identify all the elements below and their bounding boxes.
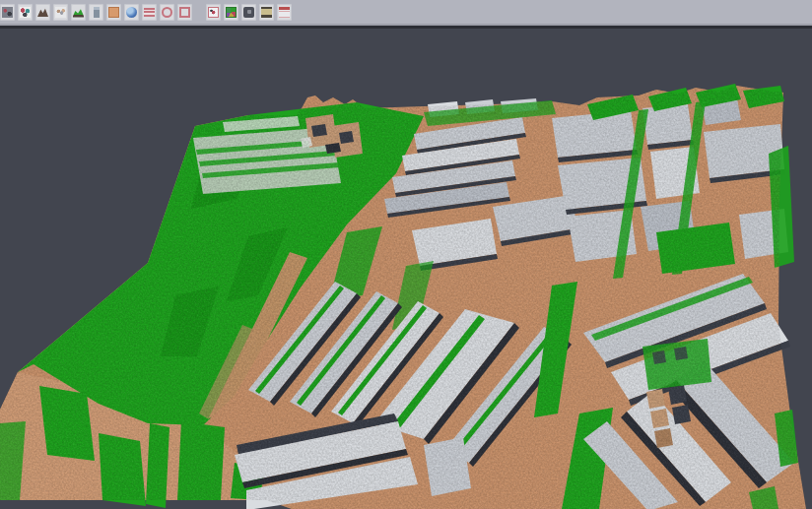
- point-cloud-noise-light: [0, 29, 812, 509]
- camera-button[interactable]: [241, 4, 256, 21]
- sparse-points-icon: [55, 7, 66, 18]
- clip-box-icon: [208, 7, 219, 18]
- point-cloud-render: [0, 29, 812, 509]
- align-points-icon: [20, 7, 31, 18]
- align-points-button[interactable]: [18, 4, 33, 21]
- profile-icon: [94, 7, 100, 18]
- ring-icon: [162, 7, 172, 18]
- selection-bounds-button[interactable]: [177, 4, 192, 21]
- clip-box-button[interactable]: [206, 4, 221, 21]
- red-list-icon: [144, 8, 155, 17]
- classification-icon: [226, 7, 237, 18]
- terrain-button[interactable]: [71, 4, 86, 21]
- mountain-button[interactable]: [35, 4, 50, 21]
- ortho-image-icon: [108, 7, 119, 18]
- sparse-points-button[interactable]: [53, 4, 68, 21]
- terrain-icon: [73, 7, 84, 18]
- viewport-3d[interactable]: [0, 29, 812, 509]
- open-cloud-button[interactable]: [0, 4, 15, 21]
- red-list-button[interactable]: [142, 4, 157, 21]
- ortho-image-button[interactable]: [106, 4, 121, 21]
- ring-button[interactable]: [160, 4, 174, 21]
- application-window: [0, 0, 812, 509]
- camera-icon: [243, 7, 254, 18]
- toolbar: [0, 0, 812, 24]
- classification-button[interactable]: [224, 4, 238, 21]
- globe-button[interactable]: [124, 4, 139, 21]
- hourglass-button[interactable]: [259, 4, 274, 21]
- striped-card-button[interactable]: [277, 4, 292, 21]
- profile-button[interactable]: [89, 4, 103, 21]
- striped-card-icon: [279, 7, 290, 18]
- selection-bounds-icon: [179, 7, 190, 18]
- globe-icon: [126, 7, 137, 18]
- hourglass-icon: [261, 7, 272, 18]
- mountain-icon: [37, 7, 48, 18]
- open-cloud-icon: [2, 7, 13, 18]
